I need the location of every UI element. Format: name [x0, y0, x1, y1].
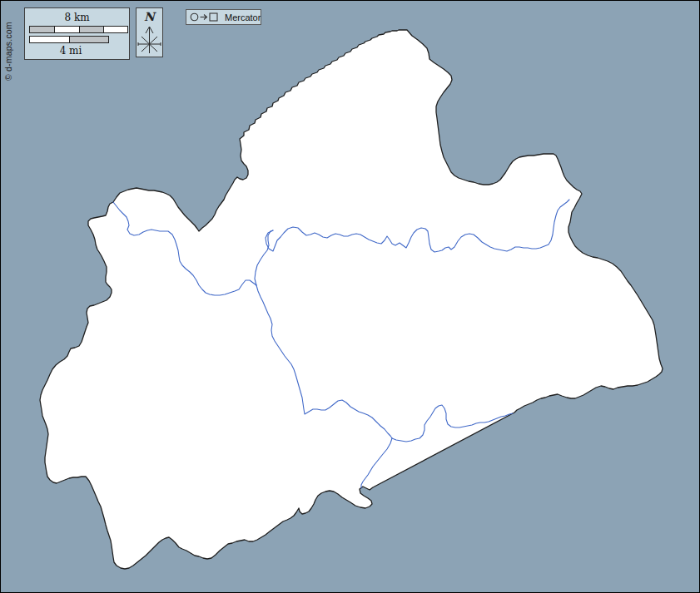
map-image: 8 km 4 mi N	[0, 0, 700, 593]
projection-label: Mercator	[225, 12, 261, 22]
copyright-text: © d-maps.com	[3, 6, 13, 81]
landmass	[40, 30, 663, 569]
scale-km-label: 8 km	[25, 12, 129, 22]
scale-mi-label: 4 mi	[32, 46, 110, 56]
scale-mi-bar	[29, 36, 109, 43]
scale-bar: 8 km 4 mi	[24, 7, 130, 60]
scale-km-segment	[103, 27, 127, 32]
projection-transform-icon	[190, 12, 221, 22]
north-label: N	[137, 10, 162, 23]
scale-km-segment	[79, 27, 103, 32]
projection-badge: Mercator	[186, 9, 261, 25]
scale-mi-segment	[30, 37, 69, 42]
scale-km-bar	[29, 26, 128, 33]
scale-km-segment	[54, 27, 78, 32]
map-outline-svg	[1, 1, 700, 593]
scale-mi-segment	[69, 37, 108, 42]
scale-km-segment	[30, 27, 54, 32]
north-indicator: N	[136, 7, 163, 57]
north-arrow-icon	[137, 23, 162, 55]
